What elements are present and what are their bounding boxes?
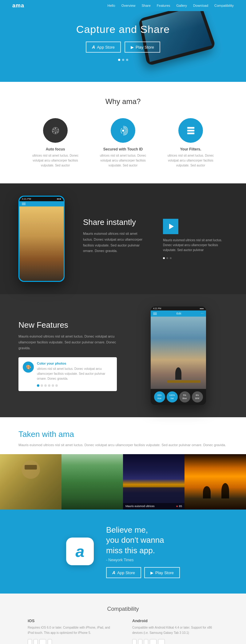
feature-autofocus: Auto focus ultrices nisl sit amet luctus… bbox=[31, 118, 80, 168]
card-text: Color your photos ultrices nisl sit amet… bbox=[37, 362, 113, 387]
photo-2 bbox=[62, 454, 123, 510]
navigation: ama Hello Overview Share Features Galler… bbox=[0, 0, 246, 11]
compat-android: Android Compatible with Android Kitkat 4… bbox=[132, 618, 218, 644]
playstore-icon: ▶ bbox=[131, 45, 134, 50]
compat-title: Compatibility bbox=[18, 606, 228, 612]
features-edit-label: Edit bbox=[177, 312, 181, 315]
feature-autofocus-desc: ultrices nisl sit amet luctus. Donec vol… bbox=[31, 153, 80, 168]
why-title: Why ama? bbox=[18, 97, 228, 106]
card-dot-1[interactable] bbox=[37, 384, 39, 387]
card-dot-6[interactable] bbox=[55, 384, 58, 387]
photo-likes: ♥ 65 bbox=[176, 505, 182, 508]
compat-android-desc: Compatible with Android Kitkat 4.4 or la… bbox=[132, 625, 218, 635]
dot-2[interactable] bbox=[122, 59, 124, 61]
android-phone-2 bbox=[138, 639, 142, 644]
dot-1[interactable] bbox=[118, 59, 120, 61]
person-silhouette bbox=[175, 367, 181, 380]
features-section: New Features Mauris euismod ultrices nis… bbox=[0, 294, 246, 417]
believe-playstore-button[interactable]: ▶ Play Store bbox=[144, 567, 180, 578]
heart-icon: ♥ bbox=[176, 505, 178, 508]
ipad-icon bbox=[39, 639, 46, 644]
hero-appstore-button[interactable]: A App Store bbox=[86, 42, 121, 53]
share-title: Share instantly bbox=[83, 218, 148, 227]
card-dot-5[interactable] bbox=[52, 384, 54, 387]
taken-desc: Mauris euismod ultrices nisl sit amet lu… bbox=[18, 442, 228, 448]
phone-signal: ●●● bbox=[57, 198, 62, 200]
photos-grid: Mauris euismod ultrices ♥ 65 bbox=[0, 454, 246, 510]
play-button[interactable] bbox=[163, 219, 178, 234]
ctrl-bw[interactable]: 6% B/W bbox=[192, 391, 203, 402]
color-icon: 🎨 bbox=[23, 362, 34, 373]
iphone-icon-1 bbox=[28, 639, 32, 644]
nav-links: Hello Overview Share Features Gallery Do… bbox=[108, 4, 234, 7]
ctrl-hue[interactable]: 28% Hue bbox=[154, 391, 165, 402]
svg-rect-5 bbox=[187, 132, 194, 134]
features-phone-controls: 28% Hue 100% Sat 5% Blue 6% B/W bbox=[151, 389, 206, 405]
share-dot-1[interactable] bbox=[163, 257, 165, 259]
hero-phone-decoration bbox=[141, 11, 228, 70]
share-phone: 4:21 PM ●●● bbox=[18, 196, 68, 282]
nav-hello[interactable]: Hello bbox=[108, 4, 115, 7]
iphone-icon-2 bbox=[34, 639, 38, 644]
phone-photo bbox=[19, 206, 64, 281]
card-dot-3[interactable] bbox=[44, 384, 47, 387]
nav-overview[interactable]: Overview bbox=[121, 4, 136, 7]
app-icon-letter: a bbox=[76, 542, 85, 561]
fingerprint-icon bbox=[111, 118, 135, 143]
card-title: Color your photos bbox=[37, 362, 113, 365]
ctrl-blue[interactable]: 5% Blue bbox=[179, 391, 190, 402]
nav-share[interactable]: Share bbox=[141, 4, 150, 7]
hero-section: Capture and Share A App Store ▶ Play Sto… bbox=[0, 11, 246, 82]
hero-playstore-button[interactable]: ▶ Play Store bbox=[125, 42, 160, 53]
android-device-icons bbox=[132, 639, 218, 644]
compat-section: Compatibility iOS Requires iOS 6.0 or la… bbox=[0, 594, 246, 644]
features-hamburger-icon bbox=[153, 313, 157, 315]
appstore-icon-2: A bbox=[112, 570, 115, 575]
nav-gallery[interactable]: Gallery bbox=[176, 4, 187, 7]
feature-filters-name: Your Filters. bbox=[166, 147, 215, 151]
believe-section: a Believe me, you don't wanna miss this … bbox=[0, 510, 246, 594]
features-phone: 4:21 PM ●●● Edit ⋯ 28% Hue 100% Sat 5% B… bbox=[151, 306, 206, 405]
nav-compatibility[interactable]: Compatibility bbox=[214, 4, 234, 7]
logo[interactable]: ama bbox=[12, 2, 24, 9]
svg-rect-4 bbox=[187, 130, 194, 131]
playstore-icon-2: ▶ bbox=[150, 570, 153, 575]
compat-ios-desc: Requires iOS 6.0 or later. Compatible wi… bbox=[28, 625, 114, 635]
android-phone-1 bbox=[132, 639, 137, 644]
share-dot-2[interactable] bbox=[166, 257, 168, 259]
nav-download[interactable]: Download bbox=[193, 4, 208, 7]
compat-ios-title: iOS bbox=[28, 618, 114, 623]
taken-title: Taken with ama bbox=[18, 430, 228, 439]
share-sub-desc: Mauris euismod ultrices nisl sit amet lu… bbox=[163, 238, 228, 253]
dot-3[interactable] bbox=[126, 59, 128, 61]
believe-appstore-button[interactable]: A App Store bbox=[106, 567, 141, 578]
believe-source: - Newyork Times bbox=[106, 558, 180, 562]
hero-buttons: A App Store ▶ Play Store bbox=[86, 42, 160, 53]
card-dot-4[interactable] bbox=[48, 384, 50, 387]
hero-title: Capture and Share bbox=[76, 23, 170, 35]
camera-icon bbox=[43, 118, 68, 143]
svg-rect-3 bbox=[187, 127, 194, 128]
features-phone-navbar: Edit ⋯ bbox=[151, 310, 206, 317]
bench-decoration bbox=[167, 380, 200, 383]
share-dot-3[interactable] bbox=[170, 257, 172, 259]
compat-columns: iOS Requires iOS 6.0 or later. Compatibl… bbox=[18, 618, 228, 644]
layers-icon bbox=[178, 118, 203, 143]
play-triangle-icon bbox=[169, 224, 174, 229]
feature-filters-desc: ultrices nisl sit amet luctus. Donec vol… bbox=[166, 153, 215, 168]
android-tablet-2 bbox=[158, 639, 165, 644]
compat-ios: iOS Requires iOS 6.0 or later. Compatibl… bbox=[28, 618, 114, 644]
photo-4 bbox=[184, 454, 246, 510]
nav-features[interactable]: Features bbox=[157, 4, 170, 7]
photo-1 bbox=[0, 454, 62, 510]
card-dot-2[interactable] bbox=[41, 384, 43, 387]
card-desc: ultrices nisl sit amet luctus. Donec vol… bbox=[37, 366, 113, 381]
features-right: 4:21 PM ●●● Edit ⋯ 28% Hue 100% Sat 5% B… bbox=[129, 306, 228, 405]
appstore-icon: A bbox=[92, 45, 95, 50]
ctrl-sat[interactable]: 100% Sat bbox=[167, 391, 178, 402]
feature-filters: Your Filters. ultrices nisl sit amet luc… bbox=[166, 118, 215, 168]
ios-device-icons bbox=[28, 639, 114, 644]
believe-buttons: A App Store ▶ Play Store bbox=[106, 567, 180, 578]
iphone-icon-3 bbox=[48, 639, 52, 644]
hero-dots bbox=[118, 59, 128, 61]
